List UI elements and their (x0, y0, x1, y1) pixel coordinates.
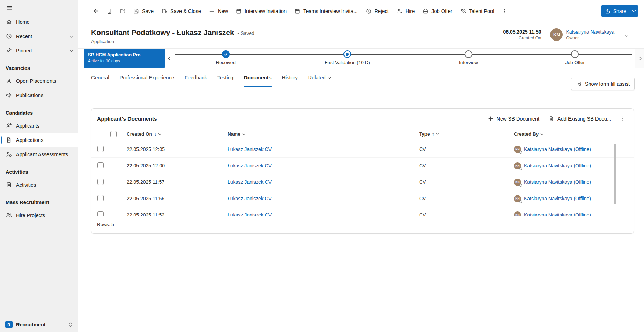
table-row-partial[interactable]: 22.05.2025 11:52 Łukasz Janiszek CV CV K… (91, 207, 634, 216)
sidebar-item-publications[interactable]: Publications (0, 88, 78, 102)
created-on-label: Created On (503, 36, 541, 41)
vertical-scrollbar[interactable] (614, 144, 616, 204)
popout-button[interactable] (116, 5, 129, 18)
sort-descending-icon: ↓ (154, 132, 156, 137)
overflow-menu-button[interactable] (498, 5, 511, 18)
presence-indicator (519, 200, 522, 203)
tab-professional-experience[interactable]: Professional Experience (120, 68, 174, 87)
share-dropdown[interactable] (632, 5, 638, 17)
back-button[interactable] (89, 5, 103, 18)
sidebar-item-label: Recent (16, 34, 32, 39)
bpf-process-box[interactable]: SB HCM Application Pro... Active for 10 … (84, 49, 165, 68)
document-name-link[interactable]: Łukasz Janiszek CV (228, 179, 272, 185)
share-button[interactable]: Share (601, 5, 638, 17)
row-checkbox[interactable] (97, 179, 104, 185)
tab-documents[interactable]: Documents (244, 68, 272, 87)
documents-subgrid: Applicant's Documents New SB Document Ad… (91, 108, 634, 234)
owner-link[interactable]: Katsiaryna Navitskaya (566, 29, 614, 35)
bpf-collapse-button[interactable] (166, 54, 173, 63)
sidebar-item-activities[interactable]: Activities (0, 178, 78, 192)
calendar-icon (294, 8, 301, 14)
bpf-stage-received[interactable]: Received (184, 50, 268, 65)
table-row[interactable]: 22.05.2025 12:05 Łukasz Janiszek CV CV K… (91, 141, 634, 158)
back-arrow-icon (93, 8, 99, 14)
app-switcher[interactable]: R Recruitment (0, 317, 78, 332)
sidebar-item-label: Hire Projects (16, 212, 45, 218)
table-row[interactable]: 22.05.2025 11:57 Łukasz Janiszek CV CV K… (91, 174, 634, 190)
row-count-label: Rows: 5 (91, 216, 634, 233)
created-by-link[interactable]: Katsiaryna Navitskaya (Offline) (524, 196, 591, 201)
tab-testing[interactable]: Testing (217, 68, 234, 87)
table-row[interactable]: 22.05.2025 12:00 Łukasz Janiszek CV CV K… (91, 158, 634, 174)
sidebar-item-home[interactable]: Home (0, 15, 78, 29)
column-header-created-by[interactable]: Created By (508, 131, 634, 137)
document-name-link[interactable]: Łukasz Janiszek CV (228, 212, 272, 216)
show-form-fill-assist-button[interactable]: Show form fill assist (571, 78, 635, 90)
sidebar-item-label: Publications (16, 93, 43, 98)
sidebar-item-recent[interactable]: Recent (0, 29, 78, 43)
column-header-type[interactable]: Type ↑ (413, 131, 508, 137)
subgrid-overflow-button[interactable] (616, 113, 628, 124)
tab-related[interactable]: Related (308, 68, 331, 87)
interview-invitation-button[interactable]: Interview Invitation (232, 5, 290, 18)
cell-created-on: 22.05.2025 11:52 (121, 212, 222, 216)
main-area: Save Save & Close New Interview Invitati… (78, 0, 644, 332)
bpf-stage-first-validation[interactable]: First Validation (10 D) (305, 50, 389, 65)
sidebar-item-applications[interactable]: Applications (0, 133, 78, 147)
sidebar-item-open-placements[interactable]: Open Placements (0, 74, 78, 88)
created-by-link[interactable]: Katsiaryna Navitskaya (Offline) (524, 179, 591, 185)
select-all-checkbox[interactable] (110, 131, 117, 137)
share-divider (629, 5, 629, 17)
row-checkbox[interactable] (97, 211, 104, 217)
hire-button[interactable]: Hire (393, 5, 419, 18)
tab-history[interactable]: History (282, 68, 298, 87)
record-header: Konsultant Podatkowy - Łukasz Janiszek -… (78, 22, 644, 48)
owner-field[interactable]: KN Katsiaryna Navitskaya Owner (550, 28, 614, 41)
row-checkbox[interactable] (97, 162, 104, 168)
chevron-down-icon (243, 132, 245, 135)
table-row[interactable]: 22.05.2025 11:56 Łukasz Janiszek CV CV K… (91, 190, 634, 207)
sidebar-item-applicant-assessments[interactable]: Applicant Assessments (0, 147, 78, 161)
tab-general[interactable]: General (91, 68, 109, 87)
created-by-link[interactable]: Katsiaryna Navitskaya (Offline) (524, 163, 591, 168)
save-button[interactable]: Save (129, 5, 157, 18)
clipboard-icon (5, 181, 12, 188)
document-name-link[interactable]: Łukasz Janiszek CV (228, 196, 272, 201)
document-name-link[interactable]: Łukasz Janiszek CV (228, 146, 272, 152)
teams-interview-invitation-button[interactable]: Teams Interview Invita... (290, 5, 362, 18)
created-by-link[interactable]: Katsiaryna Navitskaya (Offline) (524, 212, 591, 216)
cell-created-on: 22.05.2025 11:56 (121, 196, 222, 201)
talent-pool-button[interactable]: Talent Pool (456, 5, 498, 18)
device-view-button[interactable] (103, 5, 116, 18)
sidebar-item-hire-projects[interactable]: Hire Projects (0, 208, 78, 222)
app-name: Recruitment (16, 322, 46, 327)
page-title: Konsultant Podatkowy - Łukasz Janiszek (91, 28, 234, 37)
sidebar-item-pinned[interactable]: Pinned (0, 43, 78, 58)
row-checkbox[interactable] (97, 146, 104, 152)
chevron-down-icon (625, 34, 629, 37)
plus-icon (209, 8, 215, 14)
save-and-close-button[interactable]: Save & Close (157, 5, 205, 18)
hamburger-menu-button[interactable] (0, 0, 78, 15)
new-button[interactable]: New (205, 5, 232, 18)
job-offer-button[interactable]: Job Offer (419, 5, 456, 18)
add-existing-sb-document-button[interactable]: Add Existing SB Docu... (545, 113, 615, 124)
created-by-link[interactable]: Katsiaryna Navitskaya (Offline) (524, 146, 591, 152)
sidebar-item-label: Applications (16, 137, 43, 143)
bpf-process-status: Active for 10 days (88, 59, 161, 63)
header-collapse-button[interactable] (623, 29, 630, 40)
bpf-stage-interview[interactable]: Interview (427, 50, 510, 65)
bpf-stage-job-offer[interactable]: Job Offer (533, 50, 617, 65)
column-header-created-on[interactable]: Created On ↓ (121, 131, 222, 137)
sidebar-item-applicants[interactable]: Applicants (0, 118, 78, 133)
document-name-link[interactable]: Łukasz Janiszek CV (228, 163, 272, 168)
column-header-name[interactable]: Name (222, 131, 413, 137)
new-sb-document-button[interactable]: New SB Document (484, 113, 543, 124)
row-checkbox[interactable] (97, 195, 104, 201)
form-tabs: General Professional Experience Feedback… (78, 68, 644, 87)
reject-button[interactable]: Reject (362, 5, 393, 18)
tab-feedback[interactable]: Feedback (185, 68, 207, 87)
bpf-stages: Received First Validation (10 D) Intervi… (175, 49, 644, 68)
creator-avatar: KN (514, 211, 521, 217)
bpf-next-stage-button[interactable] (635, 49, 644, 68)
